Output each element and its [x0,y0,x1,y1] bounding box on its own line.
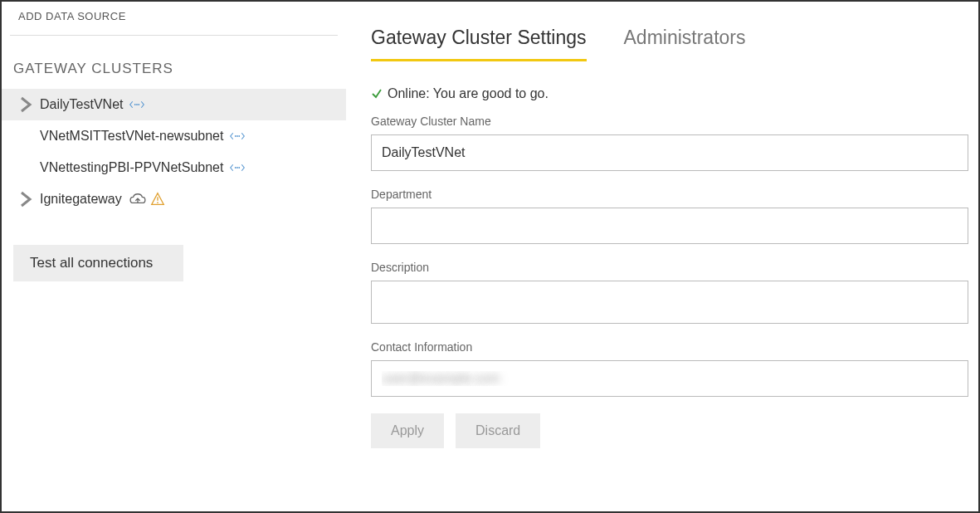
cluster-item-vnetmsit[interactable]: VNetMSITTestVNet-newsubnet [2,120,346,152]
svg-point-10 [157,202,158,203]
svg-point-8 [239,167,241,169]
svg-point-5 [239,135,241,137]
svg-point-2 [139,104,140,105]
vnet-icon [230,163,245,173]
add-data-source-link[interactable]: ADD DATA SOURCE [10,2,338,36]
svg-point-0 [134,104,136,105]
gateway-clusters-header: GATEWAY CLUSTERS [2,36,346,89]
svg-point-3 [235,135,236,137]
checkmark-icon [371,88,383,100]
description-label: Description [371,261,970,274]
svg-point-7 [237,167,239,169]
status-text: Online: You are good to go. [388,86,549,101]
svg-point-6 [235,167,236,169]
gateway-cluster-name-input[interactable] [371,134,968,171]
cluster-item-vnettestingpbi[interactable]: VNettestingPBI-PPVNetSubnet [2,152,346,183]
apply-button[interactable]: Apply [371,413,444,448]
svg-point-4 [237,135,239,137]
chevron-right-icon[interactable] [18,96,35,113]
cluster-item-label: DailyTestVNet [40,97,123,112]
contact-information-label: Contact Information [371,340,970,354]
warning-icon [150,192,165,207]
cluster-item-label: VNetMSITTestVNet-newsubnet [40,129,223,144]
test-all-connections-button[interactable]: Test all connections [13,245,183,281]
vnet-icon [129,100,144,110]
department-input[interactable] [371,208,968,244]
cluster-item-dailytestvnet[interactable]: DailyTestVNet [2,89,346,120]
cluster-item-ignitegateway[interactable]: Ignitegateway [2,183,346,215]
cluster-item-label: VNettestingPBI-PPVNetSubnet [40,160,223,175]
department-label: Department [371,188,970,201]
gateway-cluster-name-label: Gateway Cluster Name [371,115,970,128]
tab-administrators[interactable]: Administrators [624,27,746,61]
contact-information-input[interactable] [371,360,968,397]
discard-button[interactable]: Discard [456,413,540,448]
cluster-item-label: Ignitegateway [40,192,122,207]
cloud-icon [129,193,147,206]
vnet-icon [230,131,245,141]
svg-point-1 [137,104,139,105]
chevron-right-icon[interactable] [18,191,35,208]
tab-gateway-cluster-settings[interactable]: Gateway Cluster Settings [371,27,587,61]
description-input[interactable] [371,281,968,324]
